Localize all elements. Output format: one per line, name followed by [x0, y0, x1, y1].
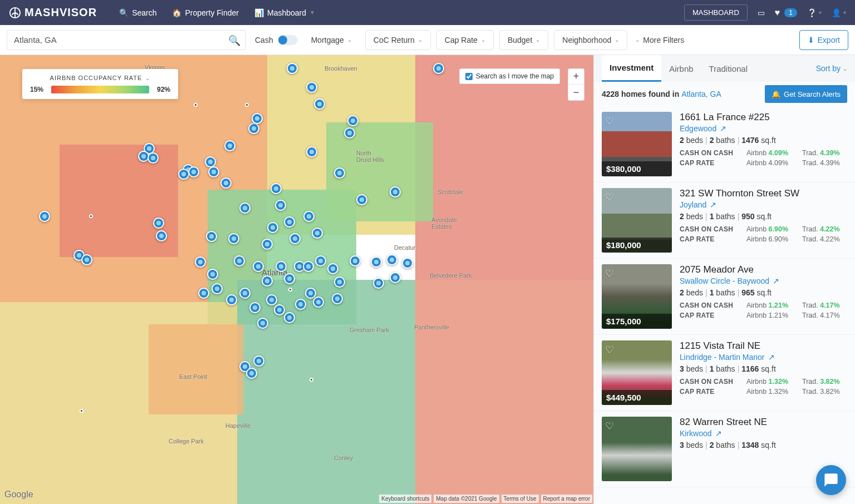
tab-investment[interactable]: Investment [602, 55, 661, 82]
listing-address[interactable]: 1661 La France #225 [680, 112, 855, 123]
listing-card[interactable]: ♡ 82 Warren Street NE Kirkwood ↗ 3 beds|… [594, 411, 855, 487]
property-pin[interactable] [274, 304, 285, 315]
favorite-icon[interactable]: ♡ [605, 268, 614, 280]
cash-mortgage-toggle[interactable] [278, 35, 298, 45]
property-pin[interactable] [208, 166, 219, 177]
search-as-move[interactable]: Search as I move the map [459, 68, 560, 84]
property-pin[interactable] [371, 256, 382, 268]
property-pin[interactable] [306, 146, 317, 157]
property-pin[interactable] [267, 222, 278, 233]
legend-dropdown[interactable]: AIRBNB OCCUPANCY RATE⌄ [30, 75, 170, 81]
favorite-icon[interactable]: ♡ [605, 191, 614, 204]
property-pin[interactable] [275, 200, 286, 211]
listing-thumbnail[interactable]: ♡ $449,500 [602, 340, 672, 405]
property-pin[interactable] [315, 255, 326, 266]
property-pin[interactable] [344, 127, 355, 139]
tab-airbnb[interactable]: Airbnb [661, 55, 701, 82]
listing-card[interactable]: ♡ $449,500 1215 Vista Trail NE Lindridge… [594, 335, 855, 411]
nav-search[interactable]: 🔍Search [119, 8, 156, 17]
property-pin[interactable] [205, 156, 216, 167]
help-button[interactable]: ❔▾ [807, 8, 822, 17]
property-pin[interactable] [178, 169, 189, 180]
property-pin[interactable] [153, 218, 164, 229]
listing-card[interactable]: ♡ $175,000 2075 Meador Ave Swallow Circl… [594, 259, 855, 335]
mortgage-dropdown[interactable]: Mortgage⌄ [303, 30, 360, 50]
tab-traditional[interactable]: Traditional [701, 55, 755, 82]
nav-property-finder[interactable]: 🏠Property Finder [172, 8, 238, 17]
property-pin[interactable] [386, 254, 397, 265]
listing-neighborhood[interactable]: Kirkwood ↗ [680, 429, 847, 438]
favorite-icon[interactable]: ♡ [605, 115, 614, 127]
favorite-icon[interactable]: ♡ [605, 344, 614, 356]
listing-thumbnail[interactable]: ♡ $180,000 [602, 188, 672, 253]
card-icon[interactable]: ▭ [758, 8, 765, 17]
export-button[interactable]: ⬇Export [799, 30, 848, 50]
results-location[interactable]: Atlanta, GA [681, 90, 721, 98]
more-filters-button[interactable]: ⌄More Filters [635, 36, 684, 45]
property-pin[interactable] [39, 211, 50, 222]
property-pin[interactable] [148, 152, 159, 164]
property-pin[interactable] [433, 63, 444, 74]
property-pin[interactable] [252, 113, 263, 124]
property-pin[interactable] [332, 293, 343, 304]
property-pin[interactable] [234, 255, 245, 266]
favorites-button[interactable]: ♥1 [775, 8, 797, 18]
property-pin[interactable] [253, 261, 264, 272]
property-pin[interactable] [295, 299, 306, 310]
property-pin[interactable] [289, 233, 301, 244]
property-pin[interactable] [284, 312, 295, 323]
search-icon[interactable]: 🔍 [228, 34, 240, 47]
property-pin[interactable] [228, 233, 239, 244]
property-pin[interactable] [257, 318, 268, 329]
property-pin[interactable] [373, 278, 384, 289]
property-pin[interactable] [220, 177, 232, 189]
property-pin[interactable] [207, 269, 218, 280]
property-pin[interactable] [206, 231, 217, 242]
property-pin[interactable] [212, 283, 223, 294]
nav-mashboard[interactable]: 📊Mashboard ▼ [254, 8, 315, 17]
listing-neighborhood[interactable]: Swallow Circle - Baywood ↗ [680, 276, 855, 285]
property-pin[interactable] [248, 123, 259, 134]
listing-thumbnail[interactable]: ♡ $380,000 [602, 112, 672, 176]
sort-dropdown[interactable]: Sort by⌄ [816, 64, 847, 73]
listing-address[interactable]: 2075 Meador Ave [680, 264, 855, 275]
listing-card[interactable]: ♡ $180,000 321 SW Thornton Street SW Joy… [594, 182, 855, 259]
property-pin[interactable] [390, 272, 401, 283]
property-pin[interactable] [402, 258, 413, 269]
property-pin[interactable] [356, 194, 367, 205]
listing-address[interactable]: 321 SW Thornton Street SW [680, 188, 855, 199]
property-pin[interactable] [188, 166, 199, 177]
property-pin[interactable] [239, 202, 250, 214]
property-pin[interactable] [262, 275, 273, 286]
listing-thumbnail[interactable]: ♡ $175,000 [602, 264, 672, 329]
property-pin[interactable] [303, 211, 315, 222]
property-pin[interactable] [156, 230, 167, 241]
location-input[interactable] [7, 30, 246, 50]
chat-widget[interactable] [816, 465, 846, 495]
budget-filter[interactable]: Budget⌄ [499, 30, 548, 50]
property-pin[interactable] [327, 263, 338, 274]
property-pin[interactable] [81, 254, 92, 265]
keyboard-shortcuts[interactable]: Keyboard shortcuts [379, 495, 431, 503]
listing-address[interactable]: 1215 Vista Trail NE [680, 340, 855, 352]
property-pin[interactable] [246, 368, 257, 379]
report-error-link[interactable]: Report a map error [541, 495, 592, 503]
zoom-in-button[interactable]: + [568, 69, 584, 85]
user-menu[interactable]: 👤▾ [832, 8, 846, 17]
property-pin[interactable] [271, 183, 282, 194]
listing-neighborhood[interactable]: Joyland ↗ [680, 200, 855, 209]
property-pin[interactable] [253, 355, 264, 367]
property-pin[interactable] [347, 115, 358, 126]
property-pin[interactable] [306, 82, 317, 93]
coc-filter[interactable]: CoC Return⌄ [365, 30, 431, 50]
property-pin[interactable] [226, 294, 237, 305]
property-pin[interactable] [262, 239, 273, 250]
property-pin[interactable] [239, 288, 250, 299]
search-alerts-button[interactable]: 🔔Get Search Alerts [765, 85, 847, 103]
property-pin[interactable] [312, 228, 323, 239]
property-pin[interactable] [284, 216, 295, 228]
listing-neighborhood[interactable]: Lindridge - Martin Manor ↗ [680, 353, 855, 362]
property-pin[interactable] [284, 273, 295, 284]
property-pin[interactable] [198, 288, 209, 299]
terms-link[interactable]: Terms of Use [502, 495, 539, 503]
